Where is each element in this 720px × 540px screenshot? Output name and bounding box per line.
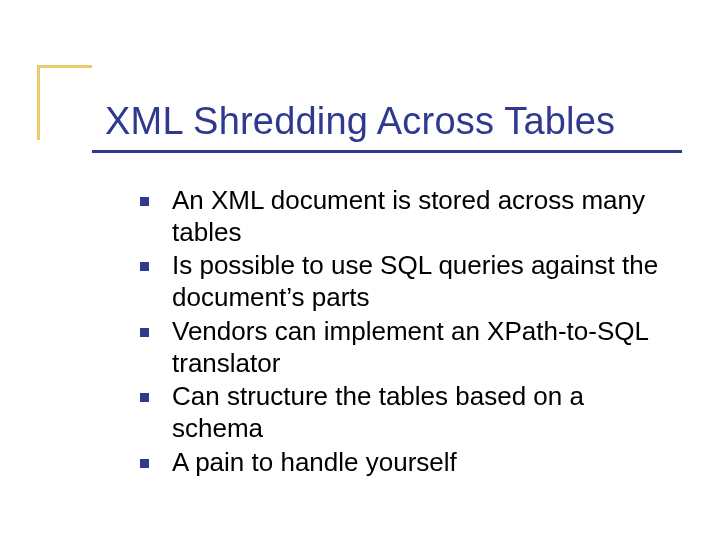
list-item: Is possible to use SQL queries against t…	[140, 250, 680, 313]
bullet-text: Vendors can implement an XPath-to-SQL tr…	[172, 316, 648, 378]
square-bullet-icon	[140, 393, 149, 402]
title-wrap: XML Shredding Across Tables	[105, 100, 615, 143]
square-bullet-icon	[140, 197, 149, 206]
body-content: An XML document is stored across many ta…	[140, 185, 680, 480]
square-bullet-icon	[140, 328, 149, 337]
slide-title: XML Shredding Across Tables	[105, 100, 615, 143]
bullet-text: An XML document is stored across many ta…	[172, 185, 645, 247]
square-bullet-icon	[140, 459, 149, 468]
bullet-text: Can structure the tables based on a sche…	[172, 381, 584, 443]
title-underline	[92, 150, 682, 153]
list-item: An XML document is stored across many ta…	[140, 185, 680, 248]
square-bullet-icon	[140, 262, 149, 271]
bullet-text: A pain to handle yourself	[172, 447, 457, 477]
list-item: Can structure the tables based on a sche…	[140, 381, 680, 444]
bullet-text: Is possible to use SQL queries against t…	[172, 250, 658, 312]
bullet-list: An XML document is stored across many ta…	[140, 185, 680, 478]
slide: XML Shredding Across Tables An XML docum…	[0, 0, 720, 540]
list-item: Vendors can implement an XPath-to-SQL tr…	[140, 316, 680, 379]
title-corner-accent	[37, 65, 92, 140]
list-item: A pain to handle yourself	[140, 447, 680, 479]
